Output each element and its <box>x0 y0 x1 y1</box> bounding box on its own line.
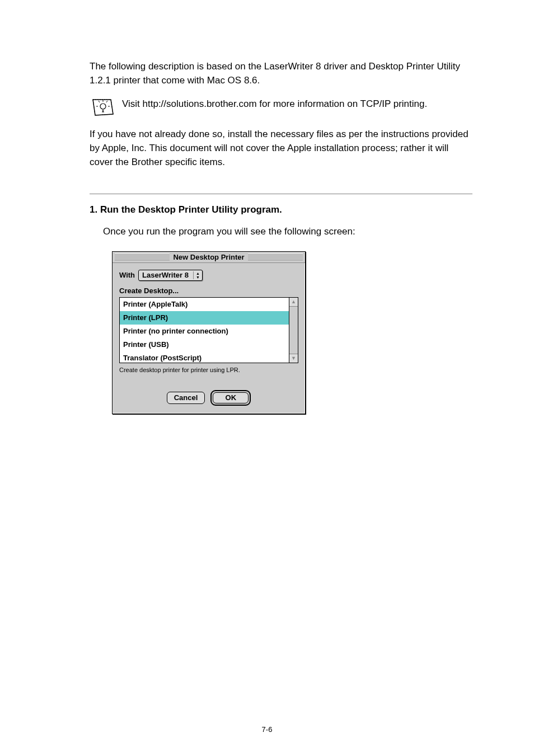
list-item[interactable]: Printer (no printer connection) <box>120 325 289 338</box>
create-desktop-label: Create Desktop... <box>119 287 298 295</box>
ok-button[interactable]: OK <box>213 392 249 403</box>
cancel-button[interactable]: Cancel <box>167 392 205 404</box>
titlebar-lines-left <box>115 253 170 260</box>
list-item[interactable]: Printer (AppleTalk) <box>120 298 289 311</box>
driver-popup[interactable]: LaserWriter 8 ▲▼ <box>138 270 203 281</box>
scroll-up-button[interactable]: ▲ <box>289 298 298 307</box>
divider <box>90 194 472 194</box>
driver-popup-value: LaserWriter 8 <box>139 271 193 279</box>
scroll-down-button[interactable]: ▼ <box>289 354 298 363</box>
lightbulb-note-icon <box>90 97 114 118</box>
ok-button-ring: OK <box>210 390 251 406</box>
list-item[interactable]: Translator (PostScript) <box>120 351 289 363</box>
popup-arrows-icon: ▲▼ <box>193 271 202 279</box>
tip-row: Visit http://solutions.brother.com for m… <box>90 97 472 118</box>
intro-paragraph: The following description is based on th… <box>90 60 472 87</box>
vertical-scrollbar[interactable]: ▲ ▼ <box>289 297 298 363</box>
list-item[interactable]: Printer (USB) <box>120 338 289 351</box>
new-desktop-printer-dialog: New Desktop Printer With LaserWriter 8 ▲… <box>112 251 306 414</box>
selection-hint: Create desktop printer for printer using… <box>119 367 298 373</box>
install-paragraph: If you have not already done so, install… <box>90 128 472 169</box>
printer-type-listbox[interactable]: Printer (AppleTalk)Printer (LPR)Printer … <box>119 297 289 363</box>
with-label: With <box>119 271 135 279</box>
step-1-body: Once you run the program you will see th… <box>103 225 472 239</box>
step-1-heading: 1. Run the Desktop Printer Utility progr… <box>90 204 472 215</box>
dialog-title: New Desktop Printer <box>170 253 247 261</box>
tip-text: Visit http://solutions.brother.com for m… <box>122 97 472 111</box>
titlebar-lines-right <box>248 253 303 260</box>
scroll-track[interactable] <box>289 307 298 354</box>
list-item[interactable]: Printer (LPR) <box>120 311 289 325</box>
dialog-titlebar: New Desktop Printer <box>113 252 305 263</box>
page-number: 7-6 <box>0 725 534 734</box>
